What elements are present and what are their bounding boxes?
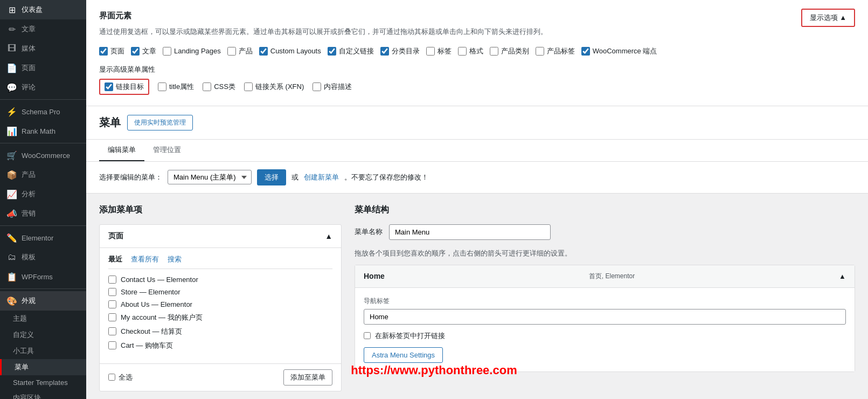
list-item[interactable]: Checkout — 结算页 xyxy=(108,327,332,336)
list-item[interactable]: About Us — Elementor xyxy=(108,300,332,308)
cb-landing[interactable]: Landing Pages xyxy=(163,47,221,56)
cb-label: 文章 xyxy=(142,46,156,56)
cb-label: 链接关系 (XFN) xyxy=(255,82,304,92)
chevron-up-icon: ▲ xyxy=(839,272,846,280)
page-checkbox[interactable] xyxy=(108,300,116,308)
list-item[interactable]: Contact Us — Elementor xyxy=(108,276,332,284)
sidebar-sub-customize[interactable]: 自定义 xyxy=(0,327,86,343)
sidebar-sub-theme[interactable]: 主题 xyxy=(0,311,86,327)
cb-pages-input[interactable] xyxy=(99,47,108,56)
sidebar-item-marketing[interactable]: 📣 营销 xyxy=(0,204,86,223)
acc-tab-recent[interactable]: 最近 xyxy=(108,254,122,264)
cb-label: 自定义链接 xyxy=(339,46,374,56)
cb-desc[interactable]: 内容描述 xyxy=(313,79,352,95)
sidebar-item-analytics[interactable]: 📈 分析 xyxy=(0,184,86,204)
sub-item-label: 小工具 xyxy=(13,346,34,356)
cb-link-rel[interactable]: 链接关系 (XFN) xyxy=(244,79,304,95)
cb-custom-layouts-input[interactable] xyxy=(259,47,268,56)
show-options-button[interactable]: 显示选项 ▲ xyxy=(801,9,855,27)
cb-products[interactable]: 产品 xyxy=(227,46,253,56)
cb-categories[interactable]: 分类目录 xyxy=(380,46,420,56)
accordion-header[interactable]: 页面 ▲ xyxy=(100,225,341,248)
tab-edit-menu[interactable]: 编辑菜单 xyxy=(99,140,144,161)
list-item[interactable]: Store — Elementor xyxy=(108,288,332,296)
sidebar-item-comments[interactable]: 💬 评论 xyxy=(0,78,86,97)
menu-item-header[interactable]: Home 首页, Elementor ▲ xyxy=(355,265,855,288)
create-menu-link[interactable]: 创建新菜单 xyxy=(304,173,339,182)
cb-label: 格式 xyxy=(469,46,483,56)
cb-tags[interactable]: 标签 xyxy=(426,46,452,56)
sidebar-sub-widgets[interactable]: 小工具 xyxy=(0,343,86,359)
sidebar-item-media[interactable]: 🎞 媒体 xyxy=(0,39,86,58)
menu-select-dropdown[interactable]: Main Menu (主菜单) xyxy=(168,170,252,184)
cb-custom-links[interactable]: 自定义链接 xyxy=(328,46,374,56)
cb-prod-tags[interactable]: 产品标签 xyxy=(536,46,575,56)
page-checkbox[interactable] xyxy=(108,341,116,349)
cb-label: Custom Layouts xyxy=(270,47,321,55)
sidebar-item-products[interactable]: 📦 产品 xyxy=(0,165,86,184)
cb-posts[interactable]: 文章 xyxy=(131,46,156,56)
cb-rel-input[interactable] xyxy=(244,82,253,91)
preview-btn[interactable]: 使用实时预览管理 xyxy=(127,115,193,130)
acc-tab-view-all[interactable]: 查看所有 xyxy=(131,254,159,264)
sidebar-sub-content-blocks[interactable]: 内容区块 xyxy=(0,390,86,399)
sidebar-item-rank-math[interactable]: 📊 Rank Math xyxy=(0,121,86,141)
cb-prod-tags-input[interactable] xyxy=(536,47,544,56)
sidebar-item-pages[interactable]: 📄 页面 xyxy=(0,58,86,78)
menu-name-input[interactable] xyxy=(389,224,551,240)
select-all-label[interactable]: 全选 xyxy=(108,373,133,382)
sidebar-item-wpforms[interactable]: 📋 WPForms xyxy=(0,267,86,286)
sidebar-item-elementor[interactable]: ✏️ Elementor xyxy=(0,228,86,247)
sidebar-item-dashboard[interactable]: ⊞ 仪表盘 xyxy=(0,0,86,19)
cb-woo[interactable]: WooCommerce 端点 xyxy=(581,46,657,56)
menu-item-title: Home xyxy=(364,272,385,280)
sidebar-item-templates[interactable]: 🗂 模板 xyxy=(0,247,86,267)
cb-title-input[interactable] xyxy=(158,82,166,91)
cb-prod-cat-input[interactable] xyxy=(490,47,498,56)
cb-categories-input[interactable] xyxy=(380,47,389,56)
sidebar-sub-menus[interactable]: 菜单 xyxy=(0,359,86,375)
sidebar-item-schema-pro[interactable]: ⚡ Schema Pro xyxy=(0,102,86,121)
open-new-tab-checkbox[interactable] xyxy=(364,332,371,339)
cb-title-attr[interactable]: title属性 xyxy=(158,79,194,95)
select-all-checkbox[interactable] xyxy=(108,374,115,381)
cb-pages[interactable]: 页面 xyxy=(99,46,124,56)
cb-link-target[interactable]: 链接目标 xyxy=(99,79,149,95)
cb-posts-input[interactable] xyxy=(131,47,140,56)
sidebar-item-posts[interactable]: ✏ 文章 xyxy=(0,19,86,39)
cb-products-input[interactable] xyxy=(227,47,236,56)
nav-label-input[interactable] xyxy=(364,309,846,325)
cb-css-class[interactable]: CSS类 xyxy=(203,79,235,95)
sidebar-item-woocommerce[interactable]: 🛒 WooCommerce xyxy=(0,146,86,165)
menu-name-label: 菜单名称 xyxy=(355,227,383,237)
page-checkbox[interactable] xyxy=(108,288,116,296)
cb-format[interactable]: 格式 xyxy=(458,46,483,56)
cb-format-input[interactable] xyxy=(458,47,467,56)
sidebar-sub-starter[interactable]: Starter Templates xyxy=(0,375,86,390)
cb-css-input[interactable] xyxy=(203,82,211,91)
cb-tags-input[interactable] xyxy=(426,47,435,56)
cb-link-target-input[interactable] xyxy=(105,82,113,91)
cb-landing-input[interactable] xyxy=(163,47,171,56)
cb-woo-input[interactable] xyxy=(581,47,590,56)
sidebar-item-label: 分析 xyxy=(22,189,36,199)
list-item[interactable]: Cart — 购物车页 xyxy=(108,341,332,350)
cb-prod-cat[interactable]: 产品类别 xyxy=(490,46,529,56)
select-menu-btn[interactable]: 选择 xyxy=(257,169,286,185)
open-new-tab-label: 在新标签页中打开链接 xyxy=(375,331,445,341)
cb-custom-layouts[interactable]: Custom Layouts xyxy=(259,47,321,56)
cb-desc-input[interactable] xyxy=(313,82,321,91)
add-to-menu-btn[interactable]: 添加至菜单 xyxy=(283,369,332,386)
advanced-section: 显示高级菜单属性 链接目标 title属性 CSS类 链接关系 (XFN) xyxy=(99,65,855,95)
astra-menu-settings-btn[interactable]: Astra Menu Settings xyxy=(364,347,443,363)
page-checkbox[interactable] xyxy=(108,327,116,335)
cb-label: 标签 xyxy=(438,46,452,56)
cb-custom-links-input[interactable] xyxy=(328,47,336,56)
sidebar-item-appearance[interactable]: 🎨 外观 xyxy=(0,291,86,311)
list-item[interactable]: My account — 我的账户页 xyxy=(108,313,332,322)
acc-tab-search[interactable]: 搜索 xyxy=(168,254,182,264)
page-checkbox[interactable] xyxy=(108,276,116,284)
sub-item-label: 菜单 xyxy=(15,362,29,372)
page-checkbox[interactable] xyxy=(108,313,116,321)
tab-manage-locations[interactable]: 管理位置 xyxy=(144,140,190,161)
